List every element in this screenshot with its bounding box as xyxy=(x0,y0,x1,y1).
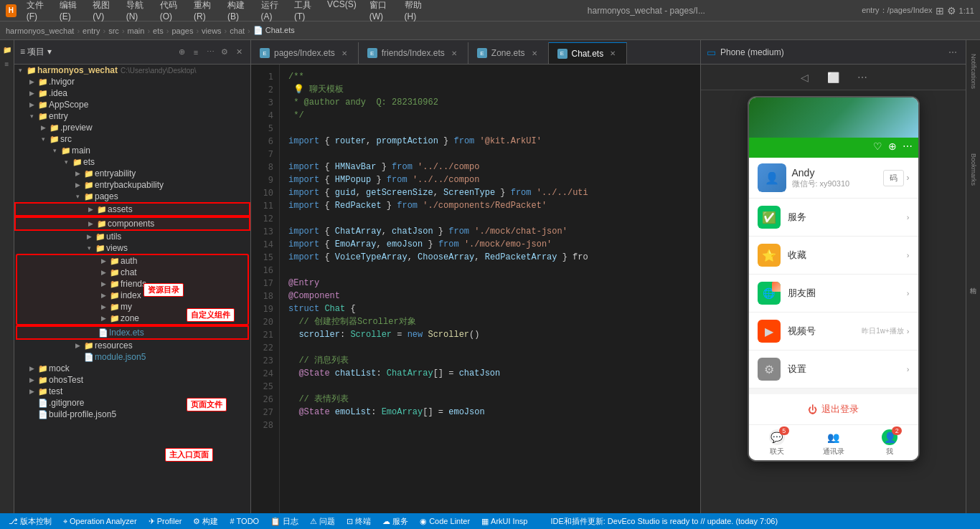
sidebar-icon-structure[interactable]: ≡ xyxy=(1,57,14,70)
status-todo[interactable]: # TODO xyxy=(227,517,262,525)
menu-window[interactable]: 窗口(W) xyxy=(364,0,397,23)
sidebar-bookmarks[interactable]: Bookmarks xyxy=(967,145,980,195)
service-icon: ☁ xyxy=(382,517,390,526)
tree-item-pages[interactable]: ▾ 📁 pages xyxy=(14,191,250,202)
tree-item-friends[interactable]: ▶ 📁 friends xyxy=(17,278,248,290)
status-operation-analyzer[interactable]: ⌖ Operation Analyzer xyxy=(60,517,140,526)
icon-dots[interactable]: ⋯ xyxy=(946,45,960,59)
tree-item-index[interactable]: ▶ 📁 index xyxy=(17,290,248,301)
menu-build[interactable]: 构建(B) xyxy=(222,0,253,23)
breadcrumb-item[interactable]: harmonyos_wechat xyxy=(6,27,74,35)
breadcrumb-item[interactable]: src xyxy=(108,27,119,35)
tree-item-test[interactable]: ▶ 📁 test xyxy=(14,386,250,397)
icon-settings[interactable]: ⚙ xyxy=(219,47,230,58)
tree-item-idea[interactable]: ▶ 📁 .idea xyxy=(14,87,250,99)
breadcrumb-item-file[interactable]: 📄 Chat.ets xyxy=(253,26,295,35)
icon-close[interactable]: ✕ xyxy=(233,47,245,58)
tree-item-ets[interactable]: ▾ 📁 ets xyxy=(14,156,250,168)
breadcrumb-item[interactable]: entry xyxy=(83,27,100,35)
tree-item-resources[interactable]: ▶ 📁 resources xyxy=(14,340,250,351)
phone-tab-chat[interactable]: 💬 5 联天 xyxy=(749,425,806,460)
tree-item-src[interactable]: ▾ 📁 src xyxy=(14,133,250,145)
phone-tab-contacts[interactable]: 👥 通讯录 xyxy=(805,425,862,460)
menu-tools[interactable]: 工具(T) xyxy=(288,0,320,23)
tree-item-modulejson5[interactable]: 📄 module.json5 xyxy=(14,351,250,363)
tree-item-mock[interactable]: ▶ 📁 mock xyxy=(14,363,250,374)
status-service[interactable]: ☁ 服务 xyxy=(380,516,411,527)
tree-item-entryability[interactable]: ▶ 📁 entryability xyxy=(14,168,250,179)
sidebar-structure[interactable]: 结构 xyxy=(967,268,980,297)
phone-qr-button[interactable]: 码 xyxy=(883,170,904,186)
phone-menu-item-settings[interactable]: ⚙ 设置 › xyxy=(749,351,918,389)
status-vcs[interactable]: ⎇ 版本控制 xyxy=(6,516,55,527)
menu-file[interactable]: 文件(F) xyxy=(21,0,52,23)
tree-item-my[interactable]: ▶ 📁 my xyxy=(17,301,248,313)
tree-item-main[interactable]: ▾ 📁 main xyxy=(14,145,250,156)
tree-item-assets[interactable]: ▶ 📁 assets xyxy=(14,202,250,216)
tree-item-root[interactable]: ▾ 📁 harmonyos_wechat C:\Users\andy\Deskt… xyxy=(14,65,250,76)
tree-item-components[interactable]: ▶ 📁 components xyxy=(14,216,250,231)
tree-item-auth[interactable]: ▶ 📁 auth xyxy=(17,255,248,267)
phone-user-right: 码 › xyxy=(883,170,910,186)
phone-menu-item-favorites[interactable]: ⭐ 收藏 › xyxy=(749,237,918,275)
breadcrumb-item[interactable]: pages xyxy=(171,27,193,35)
phone-tab-me-icon-wrapper: 👤 2 xyxy=(882,429,897,445)
phone-menu-item-moments[interactable]: 🌐 朋友圈 › xyxy=(749,275,918,313)
btn-home[interactable]: ⬜ xyxy=(825,69,842,86)
tree-item-chat[interactable]: ▶ 📁 chat xyxy=(17,267,248,278)
phone-logout-button[interactable]: ⏻ 退出登录 xyxy=(749,394,918,424)
status-profiler[interactable]: ✈ Profiler xyxy=(146,517,185,526)
status-problems[interactable]: ⚠ 问题 xyxy=(307,516,338,527)
code-editor[interactable]: /** 💡 聊天模板 * @author andy Q: 282310962 *… xyxy=(280,65,700,513)
tab-zone[interactable]: E Zone.ets ✕ xyxy=(468,42,549,64)
breadcrumb-item[interactable]: views xyxy=(202,27,222,35)
sidebar-notifications[interactable]: Notifications xyxy=(967,43,980,100)
status-terminal[interactable]: ⊡ 终端 xyxy=(344,516,374,527)
icon-collapse[interactable]: ≡ xyxy=(190,47,202,58)
tree-item-gitignore[interactable]: 📄 .gitignore xyxy=(14,397,250,409)
tab-close[interactable]: ✕ xyxy=(608,49,618,59)
icon-new-file[interactable]: ⊕ xyxy=(176,47,187,58)
tab-close[interactable]: ✕ xyxy=(339,48,349,58)
phone-tab-me[interactable]: 👤 2 我 xyxy=(862,425,918,460)
tree-item-preview[interactable]: ▶ 📁 .preview xyxy=(14,122,250,133)
sidebar-icon-project[interactable]: 📁 xyxy=(1,43,14,56)
tree-item-zone[interactable]: ▶ 📁 zone xyxy=(17,313,248,324)
tree-item-build-profile[interactable]: 📄 build-profile.json5 xyxy=(14,409,250,420)
status-log[interactable]: 📋 日志 xyxy=(268,516,301,527)
phone-menu-item-service[interactable]: ✅ 服务 › xyxy=(749,199,918,237)
menu-code[interactable]: 代码(O) xyxy=(154,0,187,23)
tab-close[interactable]: ✕ xyxy=(529,48,540,58)
tree-item-index-ets[interactable]: 📄 Index.ets xyxy=(16,325,249,340)
breadcrumb-item[interactable]: ets xyxy=(153,27,164,35)
icon-settings[interactable]: ⚙ xyxy=(947,5,956,16)
menu-nav[interactable]: 导航(N) xyxy=(121,0,153,23)
tree-item-ohostest[interactable]: ▶ 📁 ohosTest xyxy=(14,374,250,386)
status-build[interactable]: ⚙ 构建 xyxy=(190,516,221,527)
tree-item-utils[interactable]: ▶ 📁 utils xyxy=(14,231,250,242)
menu-run[interactable]: 运行(A) xyxy=(255,0,287,23)
menu-refactor[interactable]: 重构(R) xyxy=(188,0,220,23)
status-code-linter[interactable]: ◉ Code Linter xyxy=(417,517,473,526)
menu-help[interactable]: 帮助(H) xyxy=(399,0,431,23)
menu-vcs[interactable]: VCS(S) xyxy=(321,0,362,23)
tree-item-entry[interactable]: ▾ 📁 entry xyxy=(14,110,250,122)
tree-item-entrybackupability[interactable]: ▶ 📁 entrybackupability xyxy=(14,179,250,191)
breadcrumb-sep: › xyxy=(196,27,199,35)
tree-item-views[interactable]: ▾ 📁 views xyxy=(14,242,250,254)
tab-chat[interactable]: E Chat.ets ✕ xyxy=(549,42,628,64)
tab-pages-index[interactable]: E pages/Index.ets ✕ xyxy=(251,42,359,64)
tab-friends-index[interactable]: E friends/Index.ets ✕ xyxy=(359,42,468,64)
tab-close[interactable]: ✕ xyxy=(449,48,459,58)
menu-view[interactable]: 视图(V) xyxy=(87,0,118,23)
icon-dots[interactable]: ⋯ xyxy=(204,47,216,58)
tree-item-appscope[interactable]: ▶ 📁 AppScope xyxy=(14,99,250,110)
tree-item-hvigor[interactable]: ▶ 📁 .hvigor xyxy=(14,76,250,87)
phone-menu-item-channels[interactable]: ▶ 视频号 昨日1w+播放› xyxy=(749,313,918,351)
breadcrumb-item[interactable]: chat xyxy=(230,27,245,35)
btn-back[interactable]: ◁ xyxy=(796,69,814,86)
menu-edit[interactable]: 编辑(E) xyxy=(54,0,85,23)
breadcrumb-item[interactable]: main xyxy=(128,27,145,35)
btn-more[interactable]: ⋯ xyxy=(854,69,871,86)
status-arkui[interactable]: ▦ ArkUI Insp xyxy=(479,517,530,526)
